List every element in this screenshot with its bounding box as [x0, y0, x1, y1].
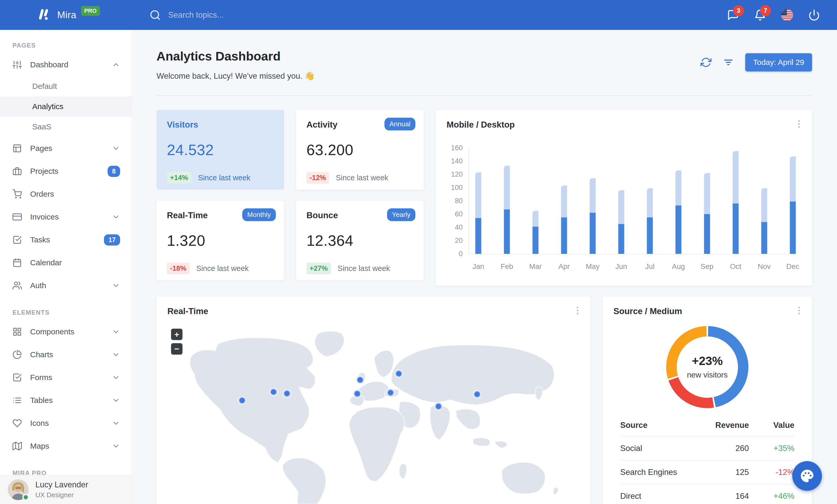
notifications-button[interactable]: 7	[754, 9, 766, 21]
sidebar-item-calendar[interactable]: Calendar	[0, 251, 131, 274]
svg-text:100: 100	[451, 184, 463, 191]
sidebar-user[interactable]: Lucy Lavender UX Designer	[0, 475, 131, 504]
sidebar-item-pages[interactable]: Pages	[0, 137, 131, 160]
svg-text:60: 60	[455, 210, 463, 218]
svg-text:Oct: Oct	[730, 262, 741, 270]
user-name: Lucy Lavender	[35, 480, 88, 489]
users-icon	[13, 281, 22, 290]
svg-text:Jan: Jan	[472, 262, 484, 270]
map-marker[interactable]	[356, 375, 365, 384]
header-actions: Today: April 29	[700, 53, 812, 72]
donut-center-label: new visitors	[687, 371, 728, 379]
chevron-down-icon	[112, 373, 120, 381]
language-flag-button[interactable]	[781, 9, 793, 21]
source-medium-title: Source / Medium	[613, 306, 801, 316]
sidebar-item-label: Tables	[30, 396, 53, 405]
sliders-icon	[13, 60, 22, 69]
map-zoom-in-button[interactable]: +	[171, 329, 182, 340]
chevron-down-icon	[112, 144, 120, 152]
calendar-icon	[13, 258, 22, 267]
sidebar-item-icons[interactable]: Icons	[0, 412, 131, 435]
app: { "colors": { "navbar": "#2F67CA", "prim…	[0, 0, 837, 504]
check-square-icon	[13, 235, 22, 244]
sidebar-item-projects[interactable]: Projects8	[0, 160, 131, 183]
stat-value: 1.320	[167, 232, 274, 249]
avatar	[8, 479, 29, 500]
online-status-dot	[22, 494, 29, 501]
grid-icon	[13, 327, 22, 336]
sidebar-subitem-default[interactable]: Default	[0, 76, 131, 96]
stat-card-visitors: Visitors 24.532 +14% Since last week	[157, 110, 284, 190]
more-vertical-icon[interactable]	[794, 305, 804, 316]
sidebar-item-label: Charts	[30, 350, 53, 359]
stat-card-real-time: Real-Time Monthly 1.320 -18% Since last …	[157, 201, 284, 280]
sidebar-item-invoices[interactable]: Invoices	[0, 205, 131, 228]
map-marker[interactable]	[283, 389, 291, 398]
top-navbar: Mira PRO 3 7	[0, 0, 837, 30]
date-button[interactable]: Today: April 29	[745, 53, 812, 72]
svg-text:Nov: Nov	[758, 262, 771, 270]
chevron-down-icon	[112, 419, 120, 427]
theme-settings-fab[interactable]	[792, 461, 822, 491]
sidebar-item-tables[interactable]: Tables	[0, 389, 131, 412]
sidebar-item-auth[interactable]: Auth	[0, 274, 131, 297]
messages-count-badge: 3	[733, 5, 744, 16]
map-zoom-out-button[interactable]: −	[171, 343, 182, 355]
map-marker[interactable]	[473, 390, 482, 399]
refresh-icon[interactable]	[700, 57, 711, 68]
messages-button[interactable]: 3	[727, 9, 739, 21]
chevron-down-icon	[112, 351, 120, 359]
layout-icon	[13, 144, 22, 153]
sidebar-subitem-analytics[interactable]: Analytics	[0, 96, 131, 117]
sidebar-subitem-saas[interactable]: SaaS	[0, 117, 131, 137]
svg-text:Feb: Feb	[501, 262, 513, 270]
brand[interactable]: Mira PRO	[0, 8, 132, 22]
map-marker[interactable]	[353, 389, 362, 398]
pro-badge: PRO	[81, 6, 100, 16]
logout-button[interactable]	[808, 9, 820, 21]
sidebar-item-forms[interactable]: Forms	[0, 366, 131, 389]
welcome-message: Welcome back, Lucy! We've missed you. 👋	[157, 71, 315, 81]
sidebar-item-label: Projects	[30, 167, 58, 175]
sidebar-item-charts[interactable]: Charts	[0, 343, 131, 366]
svg-text:May: May	[586, 262, 600, 270]
sidebar-item-label: Orders	[30, 190, 54, 199]
svg-text:20: 20	[455, 237, 463, 244]
sidebar-item-dashboard[interactable]: Dashboard	[0, 53, 131, 76]
sidebar-item-orders[interactable]: Orders	[0, 183, 131, 205]
sidebar-item-maps[interactable]: Maps	[0, 435, 131, 458]
map-marker[interactable]	[238, 396, 247, 405]
map-marker[interactable]	[386, 388, 395, 397]
stat-title: Visitors	[167, 120, 274, 130]
realtime-title: Real-Time	[167, 306, 580, 316]
map-marker[interactable]	[394, 369, 403, 378]
world-map-svg[interactable]	[167, 322, 580, 504]
stat-card-bounce: Bounce Yearly 12.364 +27% Since last wee…	[296, 201, 424, 280]
stat-period-badge[interactable]: Monthly	[242, 208, 276, 221]
svg-text:160: 160	[451, 145, 463, 152]
svg-text:Jul: Jul	[645, 262, 655, 270]
sidebar-item-label: Auth	[30, 281, 46, 290]
sidebar-item-label: Invoices	[30, 212, 59, 221]
sidebar-item-components[interactable]: Components	[0, 320, 131, 343]
filter-icon[interactable]	[723, 57, 734, 68]
more-vertical-icon[interactable]	[572, 305, 583, 316]
source-table: Source Revenue Value Social 260 +35% Sea…	[620, 421, 795, 504]
more-vertical-icon[interactable]	[794, 119, 804, 129]
sidebar-item-tasks[interactable]: Tasks17	[0, 228, 131, 251]
stat-period-badge[interactable]: Annual	[385, 118, 415, 130]
value-cell: +35%	[749, 444, 795, 453]
map-marker[interactable]	[269, 388, 278, 396]
chevron-down-icon	[112, 442, 120, 450]
map-icon	[13, 442, 22, 451]
sidebar-section-label: ELEMENTS	[0, 297, 131, 320]
col-revenue: Revenue	[699, 421, 749, 430]
sidebar-item-label: Calendar	[30, 258, 62, 267]
stat-period-badge[interactable]: Yearly	[387, 208, 415, 221]
mobile-desktop-title: Mobile / Desktop	[447, 120, 801, 130]
search-input[interactable]	[168, 11, 277, 20]
credit-card-icon	[13, 212, 22, 222]
map-marker[interactable]	[434, 402, 443, 411]
stat-value: 24.532	[167, 141, 274, 158]
briefcase-icon	[13, 167, 22, 176]
